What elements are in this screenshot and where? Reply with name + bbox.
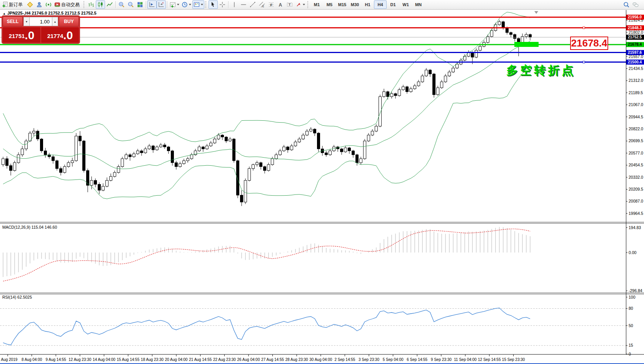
navigator-icon [36,2,42,8]
timeframe-mn-button[interactable]: MN [412,0,425,9]
autotrading-button[interactable]: 自动交易 [53,0,82,9]
market-watch-button[interactable] [25,0,35,9]
price-tick-label: 21189.5 [629,90,643,95]
timeframe-h4-button[interactable]: H4 [374,0,387,9]
timeframe-h1-button[interactable]: H1 [361,0,374,9]
toolbar-grip [307,1,309,8]
timeframe-m1-button[interactable]: M1 [310,0,323,9]
signals-icon [45,2,52,8]
chevron-down-icon[interactable] [201,4,203,5]
highlight-rectangle-object[interactable] [514,42,539,47]
timeframe-m15-button[interactable]: M15 [336,0,349,9]
indicators-button[interactable] [169,0,180,9]
arrows-button[interactable] [294,0,306,9]
price-callout-box[interactable]: 21678.4 [570,37,608,50]
volume-input[interactable] [30,17,52,26]
label-button[interactable]: T [285,0,294,9]
rsi-label: RSI(14) 62.5025 [2,295,32,299]
line-handle[interactable] [583,27,585,29]
time-tick-label: 21 Aug 14:55 [189,357,212,362]
timeframe-m5-button[interactable]: M5 [323,0,336,9]
chart-shift-marker[interactable] [534,11,538,14]
chevron-down-icon[interactable] [189,4,191,5]
candles [2,20,532,206]
line-handle[interactable] [583,61,585,63]
chart-title: ▲JPN225-,H4 21745.0 21752.5 21712.5 2175… [3,11,97,15]
hline-button[interactable] [239,0,248,9]
sell-button[interactable]: SELL [3,17,23,27]
chart-canvas[interactable]: 21924.521802.021557.021434.521312.021189… [0,0,644,364]
trendline-button[interactable] [248,0,257,9]
volume-increase-button[interactable]: ▲ [52,17,58,26]
trendline-icon [250,2,256,8]
macd-label: MACD(12,26,9) 115.04 146.60 [2,225,57,229]
time-tick-label: 12 Sep 14:55 [478,357,501,362]
zoom-out-button[interactable] [126,0,135,9]
search-icon [623,2,629,8]
zoom-out-icon [128,2,134,8]
fibonacci-icon: F [268,2,274,8]
price-badge-label: 21678.4 [628,42,642,47]
new-order-button[interactable]: 新订单 [1,0,25,9]
time-axis[interactable]: 6 Aug 20198 Aug 04:009 Aug 14:5512 Aug 2… [0,354,525,362]
timeframe-label: M15 [337,2,347,7]
macd-scale-label: -296.84 [629,288,642,293]
candlestick-button[interactable] [96,0,105,9]
chart-shift-button[interactable] [157,0,166,9]
line-chart-button[interactable] [105,0,114,9]
text-button[interactable]: A [276,0,285,9]
time-tick-label: 26 Aug 04:00 [237,357,260,362]
channel-icon: E [259,2,265,8]
timeframe-label: W1 [400,2,411,7]
vline-button[interactable] [230,0,239,9]
chevron-down-icon[interactable] [177,4,179,5]
tile-windows-icon [137,2,143,8]
svg-text:F: F [270,3,273,7]
toolbar-button-label: 新订单 [9,2,23,8]
buy-price-tile[interactable]: 21774.0 [41,27,79,43]
zoom-in-icon [118,2,125,8]
crosshair-icon [219,2,225,8]
channel-button[interactable]: E [257,0,267,9]
timeframe-m30-button[interactable]: M30 [349,0,361,9]
fibonacci-button[interactable]: F [267,0,276,9]
buy-button[interactable]: BUY [59,17,79,27]
price-tick-label: 20822.0 [629,126,643,131]
toolbar-grip [83,1,85,8]
vline-icon [231,2,237,8]
price-tick-label: 21312.0 [629,78,643,83]
chevron-down-icon[interactable] [303,4,305,5]
chart-ohlc-text: JPN225-,H4 21745.0 21752.5 21712.5 21752… [7,11,97,15]
search-button[interactable] [622,0,631,9]
bollinger-bands [3,12,530,199]
price-tick-label: 20577.0 [629,151,643,155]
rsi-scale-label: 50 [629,323,633,328]
label-icon: T [287,2,293,8]
cursor-button[interactable] [209,0,218,9]
toolbar-separator [167,1,167,8]
time-tick-label: 11 Sep 04:00 [454,357,477,362]
community-button[interactable] [631,0,640,9]
price-axis[interactable]: 21924.521802.021557.021434.521312.021189… [626,15,644,216]
time-tick-label: 8 Aug 04:00 [22,357,42,362]
time-tick-label: 9 Sep 23:30 [431,357,452,362]
bar-chart-button[interactable] [87,0,96,9]
time-tick-label: 5 Sep 04:00 [383,357,404,362]
signals-button[interactable] [44,0,53,9]
symbol-collapse-icon[interactable]: ▲ [3,12,6,15]
crosshair-button[interactable] [218,0,227,9]
time-tick-label: 20 Aug 04:00 [165,357,188,362]
svg-text:A: A [279,2,282,8]
zoom-in-button[interactable] [117,0,126,9]
navigator-button[interactable] [35,0,44,9]
templates-button[interactable] [192,0,204,9]
auto-scroll-button[interactable] [147,0,157,9]
time-tick-label: 27 Aug 14:55 [261,357,284,362]
tile-windows-button[interactable] [135,0,145,9]
periods-button[interactable] [180,0,192,9]
timeframe-d1-button[interactable]: D1 [387,0,399,9]
sell-price-tile[interactable]: 21751.0 [3,27,40,43]
volume-decrease-button[interactable]: ▼ [23,17,30,26]
timeframe-w1-button[interactable]: W1 [399,0,412,9]
price-tick-label: 21067.0 [629,102,643,107]
